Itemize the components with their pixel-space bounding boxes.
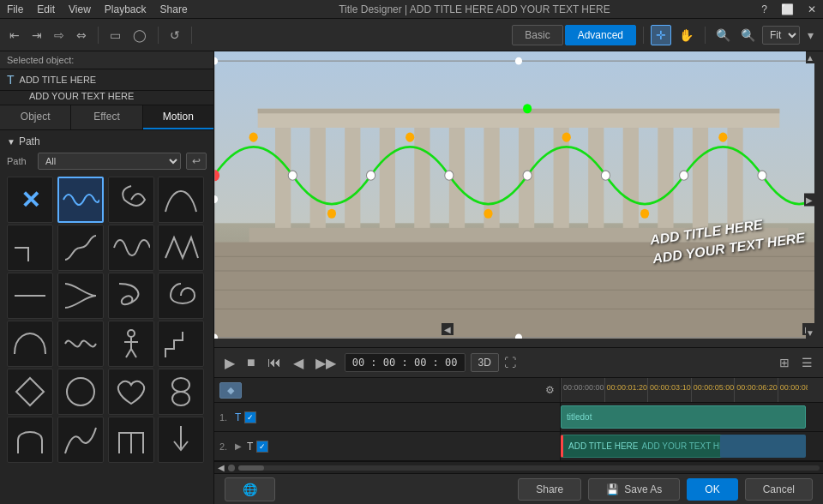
path-circle[interactable] bbox=[57, 369, 104, 415]
zoom-out-btn[interactable]: 🔍 bbox=[712, 27, 734, 44]
menu-view[interactable]: View bbox=[69, 3, 91, 15]
line-icon bbox=[11, 277, 49, 315]
share-btn[interactable]: Share bbox=[518, 478, 581, 501]
restore-btn[interactable]: ⬜ bbox=[781, 3, 794, 15]
preview-vscroll[interactable] bbox=[814, 51, 823, 347]
svg-point-37 bbox=[367, 171, 375, 180]
scroll-down-arrow[interactable]: ▼ bbox=[806, 327, 814, 339]
3d-btn[interactable]: 3D bbox=[471, 353, 499, 372]
tab-object[interactable]: Object bbox=[0, 105, 71, 129]
section-arrow[interactable]: ▼ bbox=[7, 137, 15, 147]
scroll-left-arrow[interactable]: ◀ bbox=[442, 323, 454, 335]
save-as-btn[interactable]: 💾 Save As bbox=[588, 478, 680, 501]
gate-icon bbox=[112, 421, 150, 459]
path-spiral2[interactable] bbox=[158, 273, 204, 319]
path-hump[interactable] bbox=[7, 321, 53, 367]
path-bounce[interactable] bbox=[57, 417, 104, 463]
path-eight[interactable] bbox=[158, 369, 204, 415]
list-view-btn[interactable]: ☰ bbox=[798, 354, 816, 371]
ok-btn[interactable]: OK bbox=[687, 478, 737, 501]
step-back-btn[interactable]: ◀ bbox=[290, 353, 307, 373]
track-2-clip[interactable]: ADD TITLE HERE ADD YOUR TEXT HERE bbox=[561, 435, 725, 458]
stop-btn[interactable]: ■ bbox=[243, 353, 259, 372]
scroll-up-arrow[interactable]: ▲ bbox=[806, 51, 814, 63]
track-2-check[interactable] bbox=[256, 441, 268, 453]
timeline-settings-btn[interactable]: ⚙ bbox=[545, 384, 555, 396]
svg-rect-18 bbox=[380, 128, 395, 232]
menu-playback[interactable]: Playback bbox=[105, 3, 147, 15]
path-gate[interactable] bbox=[108, 417, 154, 463]
path-spiral1[interactable] bbox=[108, 177, 154, 223]
path-curve1[interactable] bbox=[158, 177, 204, 223]
track-2-clip-part2[interactable] bbox=[720, 435, 806, 458]
menu-edit[interactable]: Edit bbox=[37, 3, 55, 15]
path-corner[interactable] bbox=[7, 225, 53, 271]
bottom-bar: 🌐 Share 💾 Save As OK Cancel bbox=[214, 473, 823, 504]
timeline-scroll-track[interactable] bbox=[238, 465, 820, 471]
prev-btn[interactable]: ⏮ bbox=[264, 353, 285, 372]
track-1-content[interactable]: titledot bbox=[561, 403, 814, 431]
timeline-scroll-thumb[interactable] bbox=[238, 465, 264, 471]
section-header: ▼ Path bbox=[7, 135, 207, 147]
svg-point-50 bbox=[718, 133, 727, 142]
tab-motion[interactable]: Motion bbox=[143, 105, 213, 129]
menu-share[interactable]: Share bbox=[160, 3, 188, 15]
distribute-btn[interactable]: ⇔ bbox=[72, 26, 91, 45]
selected-object-row2: ADD YOUR TEXT HERE bbox=[0, 91, 213, 105]
path-heart[interactable] bbox=[108, 369, 154, 415]
scroll-indicator[interactable] bbox=[228, 465, 235, 471]
path-s-curve[interactable] bbox=[57, 225, 104, 271]
align-center-btn[interactable]: ⇥ bbox=[27, 26, 46, 45]
path-curl[interactable] bbox=[108, 273, 154, 319]
track-1-check[interactable] bbox=[244, 411, 256, 423]
path-s2[interactable] bbox=[57, 273, 104, 319]
align-left-btn[interactable]: ⇤ bbox=[5, 26, 24, 45]
step-fwd-btn[interactable]: ▶▶ bbox=[312, 353, 339, 373]
zoom-dropdown-btn[interactable]: ▾ bbox=[803, 26, 818, 45]
advanced-mode-btn[interactable]: Advanced bbox=[565, 25, 636, 45]
undo-btn[interactable]: ↺ bbox=[165, 26, 184, 45]
expand-preview-btn[interactable]: ▶ bbox=[804, 193, 814, 206]
path-line[interactable] bbox=[7, 273, 53, 319]
svg-rect-19 bbox=[414, 128, 430, 232]
scroll-to-start-btn[interactable]: ◀ bbox=[218, 463, 225, 472]
basic-mode-btn[interactable]: Basic bbox=[512, 25, 562, 45]
zoom-select[interactable]: Fit bbox=[762, 26, 800, 45]
path-arrow-down[interactable] bbox=[158, 417, 204, 463]
path-wavy2[interactable] bbox=[57, 321, 104, 367]
path-action-btn[interactable]: ↩ bbox=[186, 153, 207, 170]
path-wave2[interactable] bbox=[108, 225, 154, 271]
track-2-content[interactable]: ADD TITLE HERE ADD YOUR TEXT HERE bbox=[561, 432, 814, 460]
track-2-expand[interactable]: ▶ bbox=[235, 441, 243, 451]
close-btn[interactable]: ✕ bbox=[808, 3, 816, 15]
language-btn[interactable]: 🌐 bbox=[225, 477, 275, 501]
path-none[interactable]: ✕ bbox=[7, 177, 53, 223]
path-zigzag[interactable] bbox=[158, 225, 204, 271]
path-steps[interactable] bbox=[158, 321, 204, 367]
align-right-btn[interactable]: ⇨ bbox=[50, 26, 69, 45]
path-person[interactable] bbox=[108, 321, 154, 367]
cancel-btn[interactable]: Cancel bbox=[745, 478, 813, 501]
ellipse-btn[interactable]: ◯ bbox=[129, 26, 151, 45]
ruler-mark-4: 00:00:06:20 bbox=[734, 378, 778, 402]
expand-btn[interactable]: ⛶ bbox=[504, 356, 516, 369]
keyframe-indicator[interactable]: ◆ bbox=[219, 382, 242, 399]
path-arch[interactable] bbox=[7, 417, 53, 463]
move-tool-btn[interactable]: ✛ bbox=[651, 25, 671, 45]
help-btn[interactable]: ? bbox=[761, 3, 767, 15]
play-btn[interactable]: ▶ bbox=[221, 353, 238, 373]
path-diamond[interactable] bbox=[7, 369, 53, 415]
grid-view-btn[interactable]: ⊞ bbox=[776, 354, 793, 371]
rect-btn[interactable]: ▭ bbox=[105, 26, 125, 45]
hand-tool-btn[interactable]: ✋ bbox=[675, 26, 698, 45]
curl-icon bbox=[112, 277, 150, 315]
preview-hscroll[interactable] bbox=[214, 339, 814, 347]
track-2-clip-text2: ADD YOUR TEXT HERE bbox=[642, 441, 726, 451]
track-1-clip[interactable]: titledot bbox=[561, 405, 806, 429]
eight-icon bbox=[162, 373, 200, 411]
menu-file[interactable]: File bbox=[7, 3, 23, 15]
zoom-in-btn[interactable]: 🔍 bbox=[737, 27, 759, 44]
tab-effect[interactable]: Effect bbox=[71, 105, 142, 129]
path-select[interactable]: All bbox=[38, 153, 181, 170]
path-wave[interactable] bbox=[57, 177, 104, 223]
